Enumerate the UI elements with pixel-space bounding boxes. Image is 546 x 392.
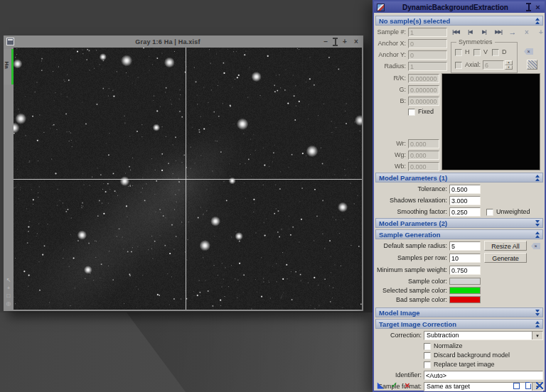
minimum-sample-weight-field[interactable] (449, 266, 481, 275)
image-window-icon[interactable] (6, 38, 14, 45)
image-window-titlebar[interactable]: Gray 1:6 Ha | Ha.xisf – + × (4, 36, 363, 48)
symmetry-h: H (455, 48, 470, 56)
collapse-icon[interactable] (535, 232, 540, 238)
new-document-icon[interactable] (525, 382, 531, 389)
next-sample-icon[interactable]: ▶| (477, 29, 491, 35)
axial-count-field[interactable] (483, 60, 504, 70)
wr-field[interactable] (408, 139, 439, 148)
square-icon[interactable] (513, 383, 520, 389)
dbe-titlebar[interactable]: DynamicBackgroundExtraction × (374, 1, 545, 13)
section-header-model1[interactable]: Model Parameters (1) (375, 173, 543, 183)
axial-checkbox[interactable] (455, 62, 462, 69)
sample-color-swatch[interactable] (449, 278, 481, 285)
chevron-down-icon: ▼ (532, 332, 542, 339)
close-icon[interactable]: × (352, 38, 360, 46)
anchor-x-field[interactable] (408, 39, 447, 48)
section-header-model-image[interactable]: Model Image (375, 307, 543, 317)
target-mode-icon[interactable]: ◎ (6, 301, 11, 307)
spin-down-icon[interactable]: ▼ (505, 65, 513, 70)
smoothing-factor-field[interactable] (449, 207, 481, 217)
section-title: Sample Generation (379, 231, 535, 239)
delete-sample-icon[interactable]: × (520, 28, 534, 36)
replace-target-image-checkbox[interactable] (424, 361, 431, 369)
section-title: Model Image (379, 309, 535, 317)
wg-field[interactable] (408, 151, 439, 160)
bad-sample-color-swatch[interactable] (449, 296, 481, 303)
bad-sample-color-label: Bad sample color: (374, 295, 447, 305)
replace-row: Replace target image (424, 361, 495, 369)
sample-format-dropdown[interactable]: Same as target ▼ (424, 382, 543, 391)
sample-nav-toolbar: |◀◀ |◀ ▶| ▶▶| → × + (449, 28, 546, 36)
expand-icon[interactable] (535, 220, 540, 227)
collapse-icon[interactable] (535, 18, 540, 24)
d-label: D (502, 48, 507, 56)
discard-background-model-checkbox[interactable] (424, 352, 431, 359)
view-tab-label: Ha (4, 61, 10, 68)
generate-button[interactable]: Generate (484, 253, 527, 263)
d-checkbox[interactable] (492, 49, 499, 56)
identifier-field[interactable] (424, 371, 543, 380)
normalize-row: Normalize (424, 342, 463, 350)
selected-sample-color-swatch[interactable] (449, 287, 481, 294)
collapse-icon[interactable] (535, 321, 540, 327)
wb-label: Wb: (374, 162, 406, 171)
dialog-shade-icon[interactable] (526, 3, 531, 11)
image-window: Gray 1:6 Ha | Ha.xisf – + × Ha ↖ + □ ◎ (4, 36, 363, 311)
g-field[interactable] (408, 85, 439, 94)
last-sample-icon[interactable]: ▶▶| (491, 29, 505, 35)
tolerance-field[interactable] (449, 185, 481, 194)
anchor-y-field[interactable] (408, 50, 447, 60)
section-header-samples[interactable]: No sample(s) selected (375, 16, 543, 26)
move-sample-icon[interactable]: → (505, 28, 520, 36)
normalize-label: Normalize (434, 342, 463, 350)
v-checkbox[interactable] (473, 49, 481, 56)
image-window-sidebar: Ha ↖ + □ ◎ (4, 48, 14, 310)
section-header-sample-generation[interactable]: Sample Generation (375, 229, 543, 239)
unweighted-checkbox[interactable] (486, 209, 493, 216)
sample-number-label: Sample #: (374, 28, 406, 37)
maximize-icon[interactable]: + (341, 38, 349, 46)
samples-per-row-field[interactable] (449, 254, 481, 263)
b-field[interactable] (408, 97, 439, 106)
section-header-target-correction[interactable]: Target Image Correction (375, 319, 543, 329)
axial-row: Axial: (455, 61, 481, 69)
previous-sample-icon[interactable]: |◀ (463, 29, 477, 35)
normalize-checkbox[interactable] (424, 343, 431, 350)
iconize-icon[interactable]: – (321, 38, 330, 46)
unweighted-row: Unweighted (486, 208, 530, 216)
shadows-relaxation-field[interactable] (449, 196, 481, 205)
wb-field[interactable] (408, 162, 439, 171)
v-label: V (483, 48, 488, 56)
anchor-y-label: Anchor Y: (374, 50, 406, 60)
correction-dropdown[interactable]: Subtraction ▼ (424, 331, 543, 340)
diagonal-arrows-icon[interactable] (536, 382, 543, 389)
execute-icon[interactable]: ✓ (391, 381, 397, 390)
cursor-mode-icon[interactable]: ↖ (6, 278, 11, 283)
drag-sample-icon[interactable]: + (534, 28, 546, 36)
expand-icon[interactable] (535, 310, 540, 316)
rk-field[interactable] (408, 74, 439, 83)
new-instance-icon[interactable]: ◣ (378, 381, 383, 390)
view-tab-ha[interactable]: Ha (4, 49, 14, 85)
default-sample-radius-field[interactable] (449, 241, 481, 251)
g-label: G: (374, 85, 406, 94)
dialog-close-icon[interactable]: × (534, 4, 542, 11)
clear-symmetries-icon[interactable]: × (524, 48, 533, 55)
first-sample-icon[interactable]: |◀◀ (449, 29, 463, 35)
document-mode-icon[interactable]: □ (7, 293, 11, 299)
radius-field[interactable] (408, 62, 447, 71)
shade-icon[interactable] (333, 38, 338, 46)
section-header-model2[interactable]: Model Parameters (2) (375, 218, 543, 228)
replace-label: Replace target image (434, 361, 495, 369)
collapse-icon[interactable] (535, 175, 540, 181)
clear-radius-icon[interactable]: × (531, 243, 540, 249)
h-checkbox[interactable] (455, 49, 462, 56)
astro-image-canvas[interactable] (14, 48, 362, 310)
crosshair-mode-icon[interactable]: + (7, 285, 11, 291)
cancel-icon[interactable]: × (405, 380, 410, 391)
axial-preview-button[interactable] (527, 60, 537, 70)
fixed-checkbox[interactable] (408, 109, 415, 116)
sample-number-field[interactable] (408, 28, 447, 37)
unweighted-label: Unweighted (496, 208, 530, 216)
resize-all-button[interactable]: Resize All (484, 241, 527, 251)
